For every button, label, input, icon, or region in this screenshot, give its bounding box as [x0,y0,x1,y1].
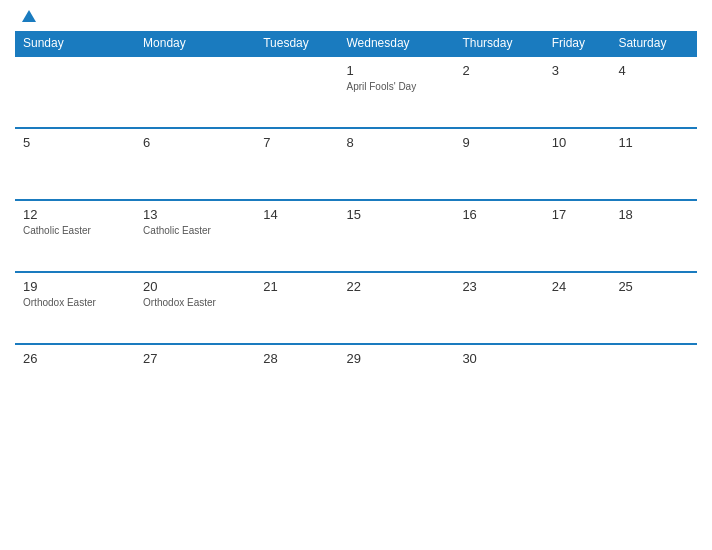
calendar-cell [544,344,611,416]
day-number: 27 [143,351,247,366]
calendar-cell: 23 [454,272,543,344]
calendar-cell [255,56,338,128]
day-number: 20 [143,279,247,294]
calendar-cell: 9 [454,128,543,200]
calendar-cell [610,344,697,416]
day-number: 4 [618,63,689,78]
event-text: Catholic Easter [143,224,247,237]
event-text: Orthodox Easter [23,296,127,309]
calendar-cell: 6 [135,128,255,200]
calendar-cell: 12Catholic Easter [15,200,135,272]
day-number: 30 [462,351,535,366]
event-text: Orthodox Easter [143,296,247,309]
calendar-container: SundayMondayTuesdayWednesdayThursdayFrid… [0,0,712,550]
day-header-thursday: Thursday [454,31,543,56]
calendar-table: SundayMondayTuesdayWednesdayThursdayFrid… [15,31,697,416]
logo-blue-text [20,10,36,23]
day-number: 18 [618,207,689,222]
calendar-cell [135,56,255,128]
day-number: 9 [462,135,535,150]
calendar-cell: 21 [255,272,338,344]
day-header-tuesday: Tuesday [255,31,338,56]
day-number: 25 [618,279,689,294]
day-number: 1 [346,63,446,78]
day-number: 23 [462,279,535,294]
day-number: 17 [552,207,603,222]
calendar-cell: 11 [610,128,697,200]
day-number: 22 [346,279,446,294]
calendar-cell: 19Orthodox Easter [15,272,135,344]
week-row-2: 567891011 [15,128,697,200]
calendar-cell [15,56,135,128]
calendar-cell: 3 [544,56,611,128]
calendar-cell: 17 [544,200,611,272]
calendar-header [15,10,697,23]
day-number: 26 [23,351,127,366]
day-number: 3 [552,63,603,78]
calendar-cell: 30 [454,344,543,416]
logo [20,10,36,23]
day-number: 21 [263,279,330,294]
calendar-cell: 18 [610,200,697,272]
calendar-cell: 20Orthodox Easter [135,272,255,344]
day-number: 2 [462,63,535,78]
calendar-cell: 7 [255,128,338,200]
calendar-cell: 28 [255,344,338,416]
week-row-5: 2627282930 [15,344,697,416]
day-number: 8 [346,135,446,150]
calendar-cell: 14 [255,200,338,272]
calendar-cell: 8 [338,128,454,200]
calendar-cell: 4 [610,56,697,128]
week-row-1: 1April Fools' Day234 [15,56,697,128]
day-number: 12 [23,207,127,222]
day-header-friday: Friday [544,31,611,56]
day-number: 11 [618,135,689,150]
calendar-cell: 22 [338,272,454,344]
day-header-wednesday: Wednesday [338,31,454,56]
day-number: 6 [143,135,247,150]
calendar-cell: 5 [15,128,135,200]
calendar-cell: 25 [610,272,697,344]
event-text: April Fools' Day [346,80,446,93]
calendar-cell: 29 [338,344,454,416]
calendar-cell: 27 [135,344,255,416]
calendar-cell: 24 [544,272,611,344]
logo-triangle-icon [22,10,36,22]
calendar-cell: 2 [454,56,543,128]
day-number: 14 [263,207,330,222]
calendar-cell: 15 [338,200,454,272]
event-text: Catholic Easter [23,224,127,237]
week-row-3: 12Catholic Easter13Catholic Easter141516… [15,200,697,272]
day-header-monday: Monday [135,31,255,56]
calendar-cell: 26 [15,344,135,416]
day-number: 15 [346,207,446,222]
day-number: 29 [346,351,446,366]
day-number: 10 [552,135,603,150]
calendar-cell: 13Catholic Easter [135,200,255,272]
day-header-sunday: Sunday [15,31,135,56]
calendar-cell: 16 [454,200,543,272]
day-number: 24 [552,279,603,294]
calendar-cell: 1April Fools' Day [338,56,454,128]
week-row-4: 19Orthodox Easter20Orthodox Easter212223… [15,272,697,344]
day-number: 19 [23,279,127,294]
day-header-saturday: Saturday [610,31,697,56]
days-header-row: SundayMondayTuesdayWednesdayThursdayFrid… [15,31,697,56]
calendar-cell: 10 [544,128,611,200]
day-number: 7 [263,135,330,150]
day-number: 28 [263,351,330,366]
day-number: 16 [462,207,535,222]
day-number: 13 [143,207,247,222]
day-number: 5 [23,135,127,150]
